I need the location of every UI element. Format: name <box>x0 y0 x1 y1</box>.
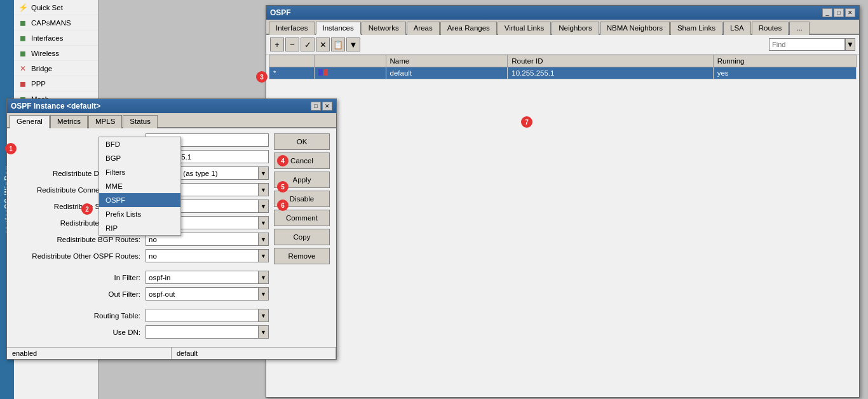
ospf-window-title: OSPF <box>270 8 291 17</box>
tab-virtual-links[interactable]: Virtual Links <box>498 22 551 35</box>
routing-table-label: Routing Table: <box>12 312 146 320</box>
use-dn-row: Use DN: ▼ <box>12 325 269 339</box>
badge-2: 2 <box>81 203 93 215</box>
sidebar-item-wireless[interactable]: ◼ Wireless <box>14 46 98 61</box>
dialog-tab-general[interactable]: General <box>10 115 50 128</box>
redistribute-bgp-arrow[interactable]: ▼ <box>258 233 268 245</box>
out-filter-select[interactable]: ospf-out ▼ <box>146 287 269 301</box>
dialog-close-button[interactable]: ✕ <box>322 102 332 111</box>
badge-5: 5 <box>277 181 288 193</box>
sidebar-item-label: PPP <box>31 80 94 88</box>
sidebar-item-interfaces[interactable]: ◼ Interfaces <box>14 30 98 46</box>
tab-nbma-neighbors[interactable]: NBMA Neighbors <box>600 22 670 35</box>
col-router-id[interactable]: Router ID <box>508 55 713 67</box>
dialog-resize-button[interactable]: □ <box>311 102 321 111</box>
instances-table-area: Name Router ID Running * default 10.255. <box>266 55 859 82</box>
routing-table-select[interactable]: ▼ <box>146 309 269 322</box>
find-box: ▼ <box>769 38 855 51</box>
ok-button[interactable]: OK <box>274 133 330 150</box>
col-asterisk <box>269 55 315 67</box>
in-filter-label: In Filter: <box>12 274 146 281</box>
dialog-tab-metrics[interactable]: Metrics <box>50 115 88 128</box>
dialog-title: OSPF Instance <default> <box>11 102 100 111</box>
close-button[interactable]: ✕ <box>845 8 855 17</box>
remove-button[interactable]: Remove <box>274 248 330 264</box>
redistribute-ospf-select[interactable]: no ▼ <box>146 249 269 262</box>
row-asterisk: * <box>269 67 315 79</box>
tab-neighbors[interactable]: Neighbors <box>552 22 599 35</box>
in-filter-arrow[interactable]: ▼ <box>258 271 268 283</box>
tab-networks[interactable]: Networks <box>362 22 406 35</box>
instances-table: Name Router ID Running * default 10.255. <box>269 55 857 79</box>
tab-more[interactable]: ... <box>789 22 810 35</box>
ppp-icon: ◼ <box>18 79 28 89</box>
dialog-tabs-bar: General Metrics MPLS Status <box>7 113 336 128</box>
sidebar-item-capsman[interactable]: ◼ CAPsMANS <box>14 15 98 30</box>
in-filter-row: In Filter: ospf-in ▼ <box>12 271 269 284</box>
redistribute-default-arrow[interactable]: ▼ <box>258 167 268 179</box>
add-button[interactable]: + <box>270 37 284 51</box>
use-dn-arrow[interactable]: ▼ <box>258 326 268 338</box>
sidebar-item-bridge[interactable]: ✕ Bridge <box>14 61 98 76</box>
routing-table-arrow[interactable]: ▼ <box>258 309 268 321</box>
window-controls: _ □ ✕ <box>822 8 855 17</box>
dialog-tab-mpls[interactable]: MPLS <box>88 115 122 128</box>
status-left: enabled <box>7 348 172 359</box>
routing-submenu: BFD BGP Filters MME OSPF Prefix Lists RI… <box>98 137 181 236</box>
comment-button[interactable]: Comment <box>274 210 330 226</box>
copy-toolbar-button[interactable]: 📋 <box>331 37 345 51</box>
submenu-item-ospf[interactable]: OSPF <box>99 193 180 207</box>
out-filter-row: Out Filter: ospf-out ▼ <box>12 287 269 301</box>
ospf-tabs-bar: Interfaces Instances Networks Areas Area… <box>266 20 859 35</box>
maximize-button[interactable]: □ <box>834 8 844 17</box>
redistribute-ospf-arrow[interactable]: ▼ <box>258 250 268 262</box>
tab-areas[interactable]: Areas <box>407 22 440 35</box>
ospf-toolbar: + − ✓ ✕ 📋 ▼ ▼ <box>266 35 859 55</box>
row-name: default <box>386 67 508 79</box>
copy-button[interactable]: Copy <box>274 229 330 245</box>
submenu-item-rip[interactable]: RIP <box>99 221 180 235</box>
badge-1: 1 <box>5 143 17 154</box>
use-dn-select[interactable]: ▼ <box>146 325 269 339</box>
submenu-item-bgp[interactable]: BGP <box>99 151 180 165</box>
badge-7: 7 <box>521 116 532 128</box>
disable-button[interactable]: ✕ <box>316 37 330 51</box>
col-running[interactable]: Running <box>713 55 856 67</box>
redistribute-connected-arrow[interactable]: ▼ <box>258 184 268 196</box>
dialog-titlebar: OSPF Instance <default> □ ✕ <box>7 99 336 113</box>
tab-routes[interactable]: Routes <box>752 22 789 35</box>
ospf-titlebar: OSPF _ □ ✕ <box>266 6 859 20</box>
redistribute-rip-arrow[interactable]: ▼ <box>258 217 268 229</box>
out-filter-arrow[interactable]: ▼ <box>258 288 268 300</box>
find-input[interactable] <box>769 38 845 51</box>
sidebar-item-label: Interfaces <box>31 34 94 42</box>
dialog-tab-status[interactable]: Status <box>123 115 158 128</box>
tab-sham-links[interactable]: Sham Links <box>670 22 722 35</box>
row-router-id: 10.255.255.1 <box>508 67 713 79</box>
submenu-item-prefix-lists[interactable]: Prefix Lists <box>99 207 180 221</box>
col-name[interactable]: Name <box>386 55 508 67</box>
remove-button[interactable]: − <box>285 37 299 51</box>
badge-6: 6 <box>277 200 288 211</box>
sidebar-item-label: CAPsMANS <box>31 19 94 27</box>
tab-lsa[interactable]: LSA <box>723 22 751 35</box>
minimize-button[interactable]: _ <box>822 8 832 17</box>
in-filter-value: ospf-in <box>146 274 258 281</box>
find-dropdown-arrow[interactable]: ▼ <box>845 38 855 51</box>
redistribute-static-arrow[interactable]: ▼ <box>258 200 268 212</box>
filter-button[interactable]: ▼ <box>346 37 360 51</box>
enable-button[interactable]: ✓ <box>301 37 315 51</box>
submenu-item-bfd[interactable]: BFD <box>99 137 180 151</box>
sidebar-item-ppp[interactable]: ◼ PPP <box>14 76 98 91</box>
tab-area-ranges[interactable]: Area Ranges <box>440 22 497 35</box>
sidebar-item-quick-set[interactable]: ⚡ Quick Set <box>14 0 98 15</box>
submenu-item-filters[interactable]: Filters <box>99 165 180 179</box>
bridge-icon: ✕ <box>18 64 28 74</box>
redistribute-bgp-value: no <box>146 236 258 243</box>
table-row[interactable]: * default 10.255.255.1 yes <box>269 67 857 79</box>
tab-interfaces[interactable]: Interfaces <box>269 22 315 35</box>
in-filter-select[interactable]: ospf-in ▼ <box>146 271 269 284</box>
submenu-item-mme[interactable]: MME <box>99 179 180 193</box>
redistribute-ospf-label: Redistribute Other OSPF Routes: <box>12 252 146 260</box>
tab-instances[interactable]: Instances <box>316 22 361 35</box>
